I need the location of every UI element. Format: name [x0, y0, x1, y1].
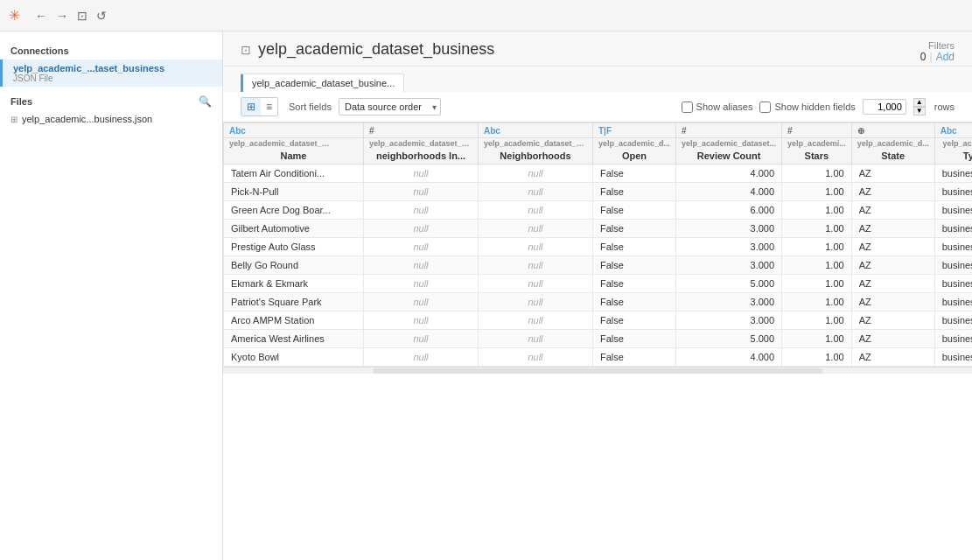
app-logo: ✳ [9, 7, 20, 24]
data-tab[interactable]: yelp_academic_dataset_busine... [241, 74, 404, 92]
table-cell: 1.00 [782, 238, 852, 256]
table-row: America West AirlinesnullnullFalse5.0001… [224, 330, 973, 348]
table-cell: 1.00 [782, 164, 852, 183]
table-row: Pick-N-PullnullnullFalse4.0001.00AZbusin… [224, 183, 973, 201]
col-name-neigh-in: neighborhoods In... [364, 150, 478, 164]
col-type-icon-stars: # [787, 126, 793, 136]
table-cell: 4.000 [676, 164, 782, 183]
rows-label: rows [934, 102, 955, 112]
table-cell: Belly Go Round [224, 256, 364, 275]
table-body: Tatem Air Conditioni...nullnullFalse4.00… [224, 164, 973, 367]
grid-view-button[interactable]: ⊞ [241, 98, 261, 116]
rows-decrement-button[interactable]: ▼ [913, 107, 926, 116]
table-cell: False [593, 256, 676, 275]
col-type-icon-name: Abc [229, 126, 246, 136]
column-header-neighborhoods-in: # yelp_academic_dataset_busin... neighbo… [364, 123, 479, 164]
nav-forward-button[interactable]: → [52, 7, 73, 24]
scrollbar-track [373, 368, 822, 374]
table-cell: Pick-N-Pull [224, 183, 364, 201]
filters-count: 0 [920, 51, 927, 63]
col-type-icon-neigh: Abc [484, 126, 500, 136]
table-cell: null [364, 238, 479, 256]
table-cell: False [593, 183, 676, 201]
connection-name: yelp_academic_...taset_business [13, 63, 213, 74]
col-source-name: yelp_academic_dataset_busin... [224, 138, 338, 150]
table-cell: 1.00 [782, 330, 852, 348]
connection-item[interactable]: yelp_academic_...taset_business JSON Fil… [0, 60, 222, 87]
column-header-open: T|F yelp_academic_d... Open [593, 123, 676, 164]
table-cell: business [934, 164, 972, 183]
table-cell: False [593, 201, 676, 220]
show-aliases-wrap: Show aliases [682, 102, 753, 113]
files-title: Files [10, 96, 32, 107]
table-cell: AZ [851, 348, 934, 367]
table-cell: 1.00 [782, 348, 852, 367]
content-area: ⊡ yelp_academic_dataset_business Filters… [223, 32, 972, 560]
col-type-icon-open: T|F [598, 126, 612, 136]
list-view-button[interactable]: ≡ [261, 98, 277, 116]
table-cell: null [479, 183, 593, 201]
table-cell: null [479, 312, 593, 330]
table-cell: null [364, 220, 479, 238]
sort-label: Sort fields [289, 102, 332, 112]
sort-dropdown-wrap: Data source order [339, 98, 441, 116]
show-hidden-label: Show hidden fields [774, 102, 855, 112]
horizontal-scrollbar[interactable] [223, 367, 972, 374]
table-cell: null [479, 256, 593, 275]
table-cell: null [479, 348, 593, 367]
table-cell: 3.000 [676, 293, 782, 312]
col-type-icon-state: ⊕ [857, 126, 864, 136]
table-cell: null [364, 256, 479, 275]
table-cell: 1.00 [782, 201, 852, 220]
show-aliases-checkbox[interactable] [682, 102, 693, 113]
column-header-stars: # yelp_academi... Stars [782, 123, 852, 164]
col-name-review: Review Count [676, 150, 781, 164]
table-cell: business [934, 201, 972, 220]
nav-back-button[interactable]: ← [31, 7, 52, 24]
table-cell: 1.00 [782, 312, 852, 330]
nav-window-button[interactable]: ⊡ [73, 7, 92, 24]
table-cell: 1.00 [782, 293, 852, 312]
filters-label: Filters [920, 40, 955, 51]
col-source-neigh: yelp_academic_dataset_busin... [479, 138, 592, 150]
table-cell: 1.00 [782, 183, 852, 201]
table-cell: null [364, 330, 479, 348]
table-cell: business [934, 312, 972, 330]
table-cell: null [479, 238, 593, 256]
table-cell: False [593, 220, 676, 238]
table-cell: null [479, 220, 593, 238]
col-type-icon-review: # [682, 126, 687, 136]
view-toggle: ⊞ ≡ [241, 97, 278, 116]
sort-dropdown[interactable]: Data source order [339, 98, 441, 116]
table-row: Kyoto BowlnullnullFalse4.0001.00AZbusine… [224, 348, 973, 367]
table-cell: Kyoto Bowl [224, 348, 364, 367]
file-icon: ⊞ [10, 115, 17, 124]
table-row: Green Acre Dog Boar...nullnullFalse6.000… [224, 201, 973, 220]
table-cell: null [479, 293, 593, 312]
table-cell: null [364, 348, 479, 367]
dataset-icon: ⊡ [241, 43, 251, 57]
rows-input[interactable] [863, 99, 906, 115]
table-cell: null [364, 275, 479, 293]
column-header-neighborhoods: Abc yelp_academic_dataset_busin... Neigh… [479, 123, 593, 164]
table-cell: AZ [851, 238, 934, 256]
show-hidden-checkbox[interactable] [759, 102, 771, 113]
table-cell: Gilbert Automotive [224, 220, 364, 238]
rows-increment-button[interactable]: ▲ [913, 98, 926, 107]
nav-refresh-button[interactable]: ↺ [92, 7, 111, 24]
table-row: Gilbert AutomotivenullnullFalse3.0001.00… [224, 220, 973, 238]
table-cell: null [364, 293, 479, 312]
search-files-button[interactable]: 🔍 [199, 95, 212, 108]
dataset-title: yelp_academic_dataset_business [258, 40, 494, 59]
table-cell: 1.00 [782, 256, 852, 275]
tab-label: yelp_academic_dataset_busine... [252, 78, 395, 88]
table-cell: business [934, 293, 972, 312]
rows-stepper: ▲ ▼ [913, 98, 926, 116]
table-cell: business [934, 256, 972, 275]
connection-type: JSON File [13, 74, 213, 83]
table-row: Patriot's Square ParknullnullFalse3.0001… [224, 293, 973, 312]
filters-add-link[interactable]: Add [936, 51, 955, 63]
data-table-container[interactable]: Abc yelp_academic_dataset_busin... Name … [223, 122, 972, 560]
table-cell: null [479, 275, 593, 293]
file-item[interactable]: ⊞ yelp_academic...business.json [0, 111, 222, 127]
